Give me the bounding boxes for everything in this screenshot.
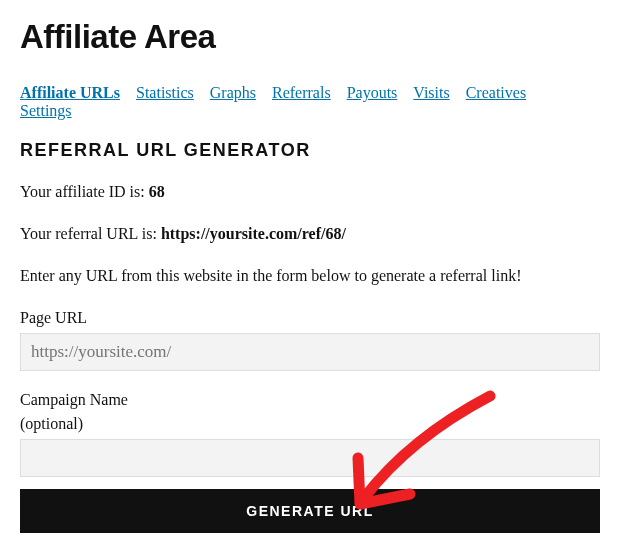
tab-visits[interactable]: Visits [413,84,449,102]
tab-graphs[interactable]: Graphs [210,84,256,102]
referral-url-value: https://yoursite.com/ref/68/ [161,225,346,242]
tab-affiliate-urls[interactable]: Affiliate URLs [20,84,120,102]
campaign-name-input[interactable] [20,439,600,477]
campaign-name-sublabel: (optional) [20,415,600,433]
section-title: REFERRAL URL GENERATOR [20,140,600,161]
referral-url-line: Your referral URL is: https://yoursite.c… [20,225,600,243]
generate-url-button[interactable]: GENERATE URL [20,489,600,533]
page-url-label: Page URL [20,309,600,327]
affiliate-id-line: Your affiliate ID is: 68 [20,183,600,201]
tabs-nav: Affiliate URLs Statistics Graphs Referra… [20,84,600,120]
affiliate-id-value: 68 [149,183,165,200]
tab-settings[interactable]: Settings [20,102,72,120]
affiliate-id-label: Your affiliate ID is: [20,183,149,200]
referral-url-label: Your referral URL is: [20,225,161,242]
tab-creatives[interactable]: Creatives [466,84,526,102]
page-url-input[interactable] [20,333,600,371]
tab-referrals[interactable]: Referrals [272,84,331,102]
page-title: Affiliate Area [20,18,600,56]
instruction-text: Enter any URL from this website in the f… [20,267,600,285]
campaign-name-label: Campaign Name [20,391,600,409]
tab-payouts[interactable]: Payouts [347,84,398,102]
tab-statistics[interactable]: Statistics [136,84,194,102]
